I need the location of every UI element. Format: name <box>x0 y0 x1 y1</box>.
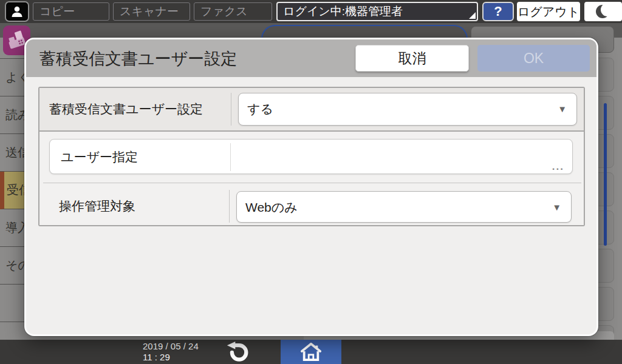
background-header-strip <box>0 23 622 38</box>
setting-row-stored-reception: 蓄積受信文書ユーザー設定 する ▼ <box>39 88 584 130</box>
tab-scanner[interactable]: スキャナー <box>113 2 190 21</box>
moon-icon <box>596 5 609 18</box>
dialog-header: 蓄積受信文書ユーザー設定 取消 OK <box>26 39 596 77</box>
setting-label: 蓄積受信文書ユーザー設定 <box>49 88 203 130</box>
date-text: 2019 / 05 / 24 <box>143 341 199 352</box>
dropdown-value: Webのみ <box>245 192 298 223</box>
bottom-bar: 2019 / 05 / 24 11 : 29 <box>0 340 622 364</box>
top-bar: コピー スキャナー ファクス ログイン中:機器管理者 ? ログアウト <box>0 0 622 23</box>
operation-target-dropdown[interactable]: Webのみ ▼ <box>236 191 572 223</box>
dialog-title: 蓄積受信文書ユーザー設定 <box>39 39 237 77</box>
back-button[interactable] <box>214 340 260 364</box>
login-status-button[interactable]: ログイン中:機器管理者 <box>276 2 478 21</box>
chevron-down-icon: ▼ <box>558 93 567 125</box>
cancel-button[interactable]: 取消 <box>355 45 469 72</box>
settings-group: 蓄積受信文書ユーザー設定 する ▼ ユーザー指定 ... 操作管理対象 Webの… <box>38 87 585 226</box>
logout-button[interactable]: ログアウト <box>517 2 580 21</box>
home-button[interactable] <box>281 340 341 364</box>
back-arrow-icon <box>224 341 250 363</box>
divider <box>230 143 231 171</box>
setting-label: 操作管理対象 <box>59 187 135 225</box>
setting-row-operation-target: 操作管理対象 Webのみ ▼ <box>39 187 584 226</box>
time-text: 11 : 29 <box>143 352 199 363</box>
chevron-down-icon: ▼ <box>552 192 561 223</box>
stored-reception-user-settings-dialog: 蓄積受信文書ユーザー設定 取消 OK 蓄積受信文書ユーザー設定 する ▼ ユーザ… <box>24 38 598 336</box>
datetime-display: 2019 / 05 / 24 11 : 29 <box>143 341 199 363</box>
home-icon <box>299 342 323 362</box>
setting-label: ユーザー指定 <box>61 140 138 174</box>
user-account-button[interactable] <box>5 1 29 22</box>
sub-settings-section: ユーザー指定 ... 操作管理対象 Webのみ ▼ <box>39 130 584 225</box>
stored-reception-dropdown[interactable]: する ▼ <box>238 93 577 126</box>
corner-fold-icon <box>469 12 476 19</box>
energy-saver-button[interactable] <box>584 2 622 21</box>
user-designation-picker[interactable]: ユーザー指定 ... <box>49 139 573 174</box>
login-status-label: ログイン中:機器管理者 <box>283 5 403 18</box>
tab-fax[interactable]: ファクス <box>194 2 272 21</box>
dropdown-value: する <box>247 93 273 125</box>
divider <box>43 183 581 183</box>
tab-copy[interactable]: コピー <box>33 2 109 21</box>
help-button[interactable]: ? <box>482 2 514 21</box>
scrollbar-thumb[interactable] <box>604 103 607 246</box>
divider <box>231 93 231 126</box>
person-icon <box>10 4 24 19</box>
divider <box>229 190 230 223</box>
ok-button-disabled[interactable]: OK <box>477 45 590 72</box>
ellipsis-icon: ... <box>552 161 564 173</box>
